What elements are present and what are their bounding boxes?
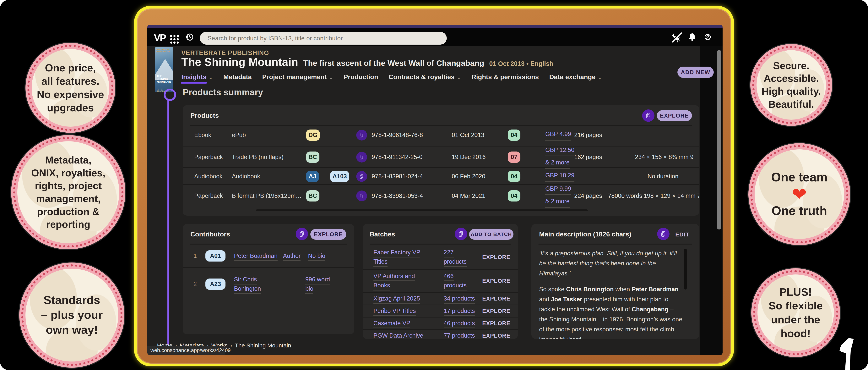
work-subtitle: The first ascent of the West Wall of Cha… (303, 59, 484, 68)
batch-name-link[interactable]: VP Authors and Books (373, 272, 431, 290)
batch-count-link[interactable]: 46 products (444, 319, 475, 328)
copy-isbn-icon-button[interactable] (356, 191, 367, 201)
description-body: ‘It’s a preposterous plan. Still, if you… (539, 248, 682, 339)
tab-insights[interactable]: Insights⌄ (181, 73, 213, 81)
batch-count-link[interactable]: 77 products (444, 331, 475, 339)
product-row[interactable]: Paperback B format PB (198x129m… BC 978-… (183, 184, 699, 207)
batch-name-link[interactable]: PGW Data Archive (373, 331, 423, 339)
cover-title: THE SHINING MOUNTAIN (157, 75, 173, 83)
app-grid-icon[interactable] (170, 35, 179, 44)
batch-row[interactable]: Xigzag April 2025 34 products EXPLORE (363, 293, 518, 305)
divider (190, 244, 347, 245)
batch-explore-link[interactable]: EXPLORE (482, 254, 510, 260)
product-price-link[interactable]: GBP 12.50 (545, 145, 575, 156)
timeline-node (164, 89, 176, 101)
product-detail: B format PB (198x129m… (232, 193, 302, 199)
batch-row[interactable]: Casemate VP 46 products EXPLORE (363, 317, 518, 329)
product-price-link[interactable]: GBP 4.99 (545, 130, 571, 141)
product-price-cell: GBP 18.29 (545, 171, 575, 182)
batch-count-link[interactable]: 227 products (444, 248, 469, 266)
tab-contracts-royalties[interactable]: Contracts & royalties⌄ (389, 73, 461, 81)
copy-products-icon-button[interactable] (642, 109, 654, 122)
theme-toggle-icon[interactable] (671, 31, 682, 42)
browser-window-frame: VP (137, 8, 731, 364)
product-isbn: 978-1-906148-76-8 (372, 132, 423, 139)
contributor-row[interactable]: 1 A01 Peter Boardman Author No bio (183, 245, 354, 267)
batch-row[interactable]: Faber Factory VP Titles 227 products EXP… (363, 245, 518, 269)
copy-batches-icon-button[interactable] (455, 228, 467, 240)
batch-name-link[interactable]: Xigzag April 2025 (373, 294, 420, 303)
batch-explore-link[interactable]: EXPLORE (482, 333, 510, 339)
vp-logo[interactable]: VP (154, 32, 166, 44)
badge-one-team-line1: One team (771, 169, 828, 185)
badge-pricing-text: One price, all features. No expensive up… (37, 61, 104, 114)
contributor-bio-link[interactable]: No bio (308, 251, 326, 261)
batch-explore-link[interactable]: EXPLORE (482, 278, 510, 284)
chevron-down-icon: ⌄ (597, 74, 602, 80)
copy-isbn-icon-button[interactable] (356, 152, 367, 163)
contributor-role-link[interactable]: Author (283, 251, 301, 261)
add-new-button[interactable]: ADD NEW (677, 66, 714, 78)
copy-isbn-icon-button[interactable] (356, 171, 367, 182)
product-status-badge: 04 (508, 171, 520, 182)
batch-explore-link[interactable]: EXPLORE (482, 295, 510, 302)
tab-metadata[interactable]: Metadata (223, 73, 252, 81)
batch-name-link[interactable]: Peribo VP Titles (373, 306, 416, 316)
product-price-link[interactable]: GBP 18.29 (545, 171, 575, 182)
batches-panel-title: Batches (370, 230, 395, 238)
notifications-bell-icon[interactable] (687, 31, 698, 42)
batch-count-link[interactable]: 34 products (444, 294, 475, 303)
tab-rights-permissions[interactable]: Rights & permissions (471, 73, 539, 81)
batch-count-link[interactable]: 17 products (444, 306, 475, 316)
badge-flexible-text: PLUS! So flexible under the hood! (769, 285, 823, 340)
contributor-bio-link[interactable]: 996 word bio (305, 275, 336, 293)
copy-contributors-icon-button[interactable] (296, 228, 308, 240)
product-row[interactable]: Audiobook Audiobook AJ A103 978-1-83981-… (183, 167, 699, 185)
contributor-role-code-badge: A23 (206, 279, 225, 290)
contributor-name-link[interactable]: Peter Boardman (234, 251, 280, 261)
batch-explore-link[interactable]: EXPLORE (482, 308, 510, 314)
badge-standards: Standards – plus your own way! (19, 262, 124, 368)
products-explore-button[interactable]: EXPLORE (657, 110, 692, 121)
product-more-prices-link[interactable]: & 2 more (545, 197, 569, 208)
batch-row[interactable]: VP Authors and Books 466 products EXPLOR… (363, 269, 518, 292)
product-code-badge: DG (306, 130, 320, 141)
products-panel-title: Products (190, 112, 219, 119)
product-row[interactable]: Ebook ePub DG 978-1-906148-76-8 01 Oct 2… (183, 124, 699, 146)
page-title: Products summary (183, 87, 263, 97)
copy-isbn-icon-button[interactable] (356, 130, 367, 141)
app-topbar: VP (147, 28, 722, 46)
vertical-scrollbar[interactable] (717, 50, 721, 229)
horizontal-scrollbar[interactable] (256, 209, 588, 211)
tab-production[interactable]: Production (344, 73, 378, 81)
account-icon[interactable] (702, 31, 713, 42)
product-price-link[interactable]: GBP 9.99 (545, 184, 571, 195)
batch-explore-link[interactable]: EXPLORE (482, 320, 510, 326)
product-status-badge: 07 (508, 151, 520, 163)
contributors-explore-button[interactable]: EXPLORE (310, 229, 346, 240)
product-pages: 224 pages (574, 193, 602, 199)
badge-flexible: PLUS! So flexible under the hood! (751, 268, 840, 357)
description-panel-title: Main description (1826 chars) (539, 230, 631, 238)
product-row[interactable]: Paperback Trade PB (no flaps) BC 978-1-9… (183, 146, 699, 168)
book-cover-thumbnail[interactable]: Winner of the John Llewelyn Rhys Prize T… (155, 47, 173, 92)
contributor-index: 2 (193, 281, 197, 288)
tab-data-exchange[interactable]: Data exchange⌄ (549, 73, 602, 81)
tab-project-management[interactable]: Project management⌄ (262, 73, 333, 81)
batch-count-link[interactable]: 466 products (444, 272, 469, 290)
badge-pricing: One price, all features. No expensive up… (26, 43, 115, 133)
add-to-batch-button[interactable]: ADD TO BATCH (469, 229, 514, 240)
contributor-row[interactable]: 2 A23 Sir Chris Bonington 996 word bio (183, 267, 354, 301)
history-icon[interactable] (184, 31, 195, 42)
badge-secure-inner: Secure. Accessible. High quality. Beauti… (756, 50, 826, 120)
batch-row[interactable]: Peribo VP Titles 17 products EXPLORE (363, 305, 518, 317)
description-scrollbar[interactable] (684, 249, 687, 289)
search-input[interactable] (200, 32, 447, 45)
batch-name-link[interactable]: Casemate VP (373, 319, 410, 328)
copy-description-icon-button[interactable] (657, 228, 670, 240)
batch-row[interactable]: PGW Data Archive 77 products EXPLORE (363, 330, 518, 339)
contributor-name-link[interactable]: Sir Chris Bonington (234, 275, 278, 293)
badge-one-team-line2: One truth (772, 203, 827, 219)
edit-description-button[interactable]: EDIT (675, 231, 689, 238)
batch-name-link[interactable]: Faber Factory VP Titles (373, 248, 431, 266)
